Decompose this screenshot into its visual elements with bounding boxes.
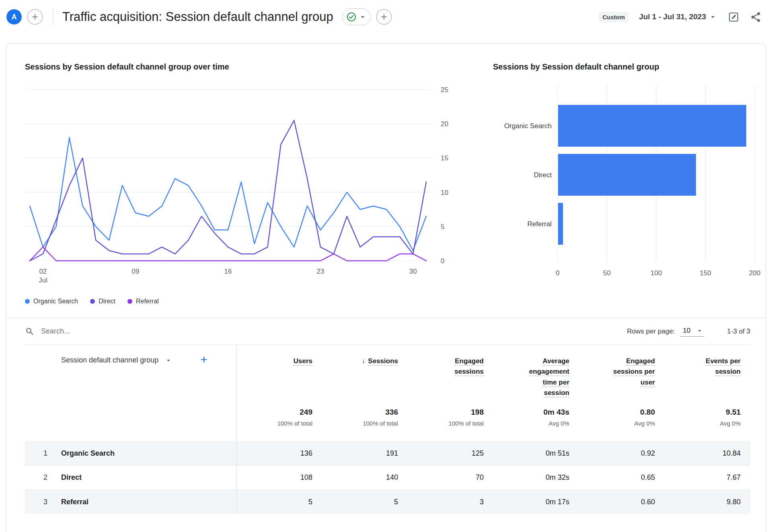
column-header-label: Events per session xyxy=(693,356,741,377)
share-icon xyxy=(750,11,762,23)
chevron-down-icon xyxy=(708,12,717,21)
metric-value: 0m 17s xyxy=(493,490,579,514)
totals-cell: 9.51Avg 0% xyxy=(665,408,750,442)
legend-item-organic-search: Organic Search xyxy=(25,298,78,305)
svg-text:150: 150 xyxy=(700,269,711,277)
metric-value: 136 xyxy=(236,442,322,466)
totals-value: 9.51 xyxy=(665,408,741,417)
column-header-sessions[interactable]: ↓Sessions xyxy=(322,345,408,408)
legend-label: Direct xyxy=(99,298,115,305)
metric-value: 5 xyxy=(236,490,322,514)
table-row-referral: 3Referral5530m 17s0.609.80 xyxy=(25,490,750,514)
line-chart[interactable]: 051015202502Jul09162330 xyxy=(25,82,467,286)
pagination-status: 1-3 of 3 xyxy=(727,327,750,336)
data-quality-badge[interactable] xyxy=(342,8,371,25)
metric-value: 140 xyxy=(322,466,408,490)
search-input[interactable] xyxy=(41,327,210,336)
plus-icon xyxy=(31,12,39,21)
legend-item-direct: Direct xyxy=(90,298,115,305)
metric-value: 3 xyxy=(408,490,493,514)
metric-value: 108 xyxy=(236,466,322,490)
metric-value: 0m 32s xyxy=(493,466,579,490)
totals-caption: Avg 0% xyxy=(665,420,741,427)
add-comparison-button[interactable] xyxy=(27,9,43,25)
svg-text:20: 20 xyxy=(441,120,448,128)
totals-cell: 249100% of total xyxy=(236,408,322,442)
totals-cell: 198100% of total xyxy=(408,408,493,442)
totals-value: 0.80 xyxy=(579,408,655,417)
column-header-average-engagement-time-per-session[interactable]: Average engagement time per session xyxy=(493,345,579,408)
row-number-column-header xyxy=(25,345,54,408)
svg-text:23: 23 xyxy=(317,268,324,275)
svg-text:200: 200 xyxy=(749,269,760,277)
svg-text:25: 25 xyxy=(441,86,448,94)
svg-text:Referral: Referral xyxy=(528,220,552,228)
add-column-button[interactable]: + xyxy=(200,356,207,364)
svg-text:0: 0 xyxy=(441,257,444,265)
legend-dot xyxy=(90,299,95,304)
line-chart-section: Sessions by Session default channel grou… xyxy=(25,61,493,305)
svg-text:Jul: Jul xyxy=(39,276,47,284)
rows-per-page-label: Rows per page: xyxy=(627,327,675,336)
row-number: 3 xyxy=(25,490,54,514)
bar-chart[interactable]: 050100150200Organic SearchDirectReferral xyxy=(493,82,765,286)
chart-legend: Organic SearchDirectReferral xyxy=(25,298,493,305)
add-button[interactable] xyxy=(376,9,392,25)
chevron-down-icon xyxy=(358,12,367,21)
bar-chart-title: Sessions by Session default channel grou… xyxy=(493,61,766,72)
metric-value: 7.67 xyxy=(665,466,750,490)
totals-cell: 0m 43sAvg 0% xyxy=(493,408,579,442)
metric-value: 0m 51s xyxy=(493,442,579,466)
totals-cell: 336100% of total xyxy=(322,408,408,442)
totals-value: 249 xyxy=(237,408,313,417)
search-icon xyxy=(25,327,35,336)
column-header-label: Engaged sessions per user xyxy=(608,356,655,388)
chevron-down-icon[interactable] xyxy=(164,356,172,364)
report-card: Sessions by Session default channel grou… xyxy=(6,43,766,532)
table-row-organic-search: 1Organic Search1361911250m 51s0.9210.84 xyxy=(25,442,750,466)
metric-value: 70 xyxy=(408,466,493,490)
totals-value: 0m 43s xyxy=(493,408,569,417)
legend-item-referral: Referral xyxy=(127,298,159,305)
svg-text:Organic Search: Organic Search xyxy=(504,122,552,130)
totals-caption: Avg 0% xyxy=(493,420,569,427)
legend-label: Organic Search xyxy=(33,298,78,305)
column-header-users[interactable]: Users xyxy=(236,345,322,408)
share-button[interactable] xyxy=(750,11,762,23)
customize-report-button[interactable] xyxy=(728,11,739,23)
top-bar: A Traffic acquisition: Session default c… xyxy=(0,0,772,34)
dimension-header-label: Session default channel group xyxy=(61,356,158,364)
customize-report-icon xyxy=(728,11,739,23)
charts-row: Sessions by Session default channel grou… xyxy=(6,44,766,305)
metric-value: 0.65 xyxy=(579,466,665,490)
column-header-label: Engaged sessions xyxy=(436,356,484,377)
svg-text:16: 16 xyxy=(224,268,232,275)
rows-per-page-select[interactable]: 10 xyxy=(680,326,704,337)
svg-text:50: 50 xyxy=(603,269,611,277)
line-chart-title: Sessions by Session default channel grou… xyxy=(25,61,493,72)
column-header-events-per-session[interactable]: Events per session xyxy=(665,345,750,408)
row-number: 2 xyxy=(25,466,54,490)
column-header-dimension[interactable]: Session default channel group + xyxy=(54,345,236,408)
table-toolbar: Rows per page: 10 1-3 of 3 xyxy=(6,318,766,344)
svg-text:02: 02 xyxy=(39,268,47,275)
metric-value: 9.80 xyxy=(665,490,750,514)
metric-value: 5 xyxy=(322,490,408,514)
legend-label: Referral xyxy=(136,298,159,305)
avatar-letter: A xyxy=(12,13,17,21)
metric-value: 125 xyxy=(408,442,493,466)
totals-blank-cell xyxy=(54,408,236,442)
column-header-engaged-sessions-per-user[interactable]: Engaged sessions per user xyxy=(579,345,665,408)
date-range-picker[interactable]: Jul 1 - Jul 31, 2023 xyxy=(639,12,717,21)
avatar[interactable]: A xyxy=(6,9,22,25)
legend-dot xyxy=(127,299,132,304)
plus-icon xyxy=(380,12,388,21)
svg-text:10: 10 xyxy=(441,189,448,196)
svg-text:09: 09 xyxy=(131,268,139,275)
svg-text:Direct: Direct xyxy=(534,171,552,179)
totals-blank-cell xyxy=(25,408,54,442)
metric-value: 191 xyxy=(322,442,408,466)
column-header-engaged-sessions[interactable]: Engaged sessions xyxy=(408,345,493,408)
rows-per-page-value: 10 xyxy=(683,327,695,335)
column-header-label: Users xyxy=(294,356,312,366)
